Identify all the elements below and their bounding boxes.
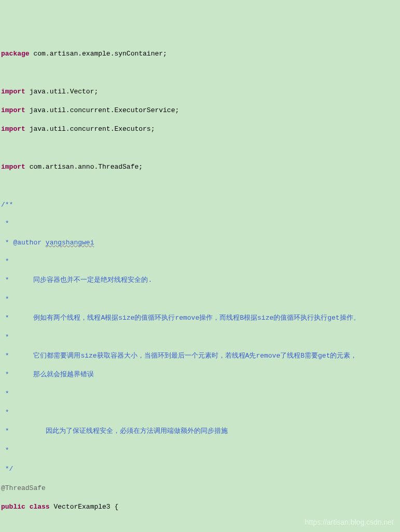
class-decl: public class VectorExample3 {: [1, 502, 399, 512]
javadoc-open: /**: [1, 200, 399, 210]
package-line: package com.artisan.example.synContainer…: [1, 49, 399, 59]
javadoc-line: * 同步容器也并不一定是绝对线程安全的.: [1, 276, 399, 285]
javadoc-line: * 因此为了保证线程安全，必须在方法调用端做额外的同步措施: [1, 427, 399, 436]
javadoc-author: * @author yangshangwei: [1, 238, 399, 248]
annotation: @ThreadSafe: [1, 484, 399, 493]
javadoc-close: */: [1, 465, 399, 474]
import-line: import java.util.concurrent.Executors;: [1, 125, 399, 134]
code-editor: package com.artisan.example.synContainer…: [1, 40, 399, 532]
javadoc-star: *: [1, 219, 399, 228]
package-keyword: package: [1, 50, 30, 58]
import-line: import java.util.concurrent.ExecutorServ…: [1, 106, 399, 115]
import-line: import java.util.Vector;: [1, 87, 399, 97]
javadoc-line: * 例如有两个线程，线程A根据size的值循环执行remove操作，而线程B根据…: [1, 313, 399, 323]
javadoc-line: * 那么就会报越界错误: [1, 370, 399, 379]
import-line: import com.artisan.anno.ThreadSafe;: [1, 162, 399, 172]
package-path: com.artisan.example.synContainer;: [33, 50, 167, 58]
javadoc-line: * 它们都需要调用size获取容器大小，当循环到最后一个元素时，若线程A先rem…: [1, 351, 399, 361]
